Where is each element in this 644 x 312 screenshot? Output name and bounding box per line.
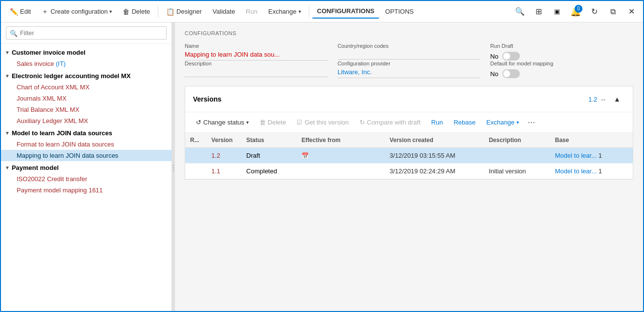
versions-exchange-dropdown-icon: ▾ bbox=[516, 120, 519, 125]
table-row[interactable]: 1.2 Draft 📅 3/12/2019 03:15:55 AM bbox=[185, 148, 633, 164]
base-link-1[interactable]: Model to lear... bbox=[555, 152, 597, 159]
change-status-button[interactable]: ↺ Change status ▾ bbox=[191, 116, 254, 128]
sidebar-item-payment-mapping[interactable]: Payment model mapping 1611 bbox=[1, 185, 172, 196]
versions-exchange-button[interactable]: Exchange ▾ bbox=[481, 116, 524, 128]
cell-created-2: 3/12/2019 02:24:29 AM bbox=[385, 164, 484, 179]
open-external-button[interactable]: ⧉ bbox=[605, 4, 621, 20]
tree-group-electronic-ledger[interactable]: ▼ Electronic ledger accounting model MX bbox=[1, 69, 172, 82]
filter-input[interactable] bbox=[6, 26, 167, 40]
versions-header: Versions 1.2 -- ▲ bbox=[185, 86, 633, 112]
configurations-tab-button[interactable]: CONFIGURATIONS bbox=[312, 4, 379, 19]
tree-group-payment-model[interactable]: ▼ Payment model bbox=[1, 161, 172, 173]
badge-wrap: 🔔 0 bbox=[568, 4, 583, 20]
default-mapping-toggle-row: No bbox=[490, 69, 633, 78]
base-num-2: 1 bbox=[599, 167, 602, 175]
versions-delete-icon: 🗑 bbox=[259, 119, 266, 126]
versions-table-body: 1.2 Draft 📅 3/12/2019 03:15:55 AM bbox=[185, 148, 633, 179]
main-layout: 🔍 ▼ Customer invoice model Sales invoice… bbox=[1, 22, 643, 312]
delete-button[interactable]: 🗑 Delete bbox=[118, 5, 155, 19]
compare-with-draft-button[interactable]: ↻ Compare with draft bbox=[355, 116, 426, 128]
default-mapping-field: Default for model mapping No bbox=[490, 61, 633, 78]
cell-created-1: 3/12/2019 03:15:55 AM bbox=[385, 148, 484, 164]
sidebar-item-journals-xml[interactable]: Journals XML MX bbox=[1, 93, 172, 104]
versions-toolbar: ↺ Change status ▾ 🗑 Delete ☑ Get this ve… bbox=[185, 112, 633, 133]
get-this-version-button[interactable]: ☑ Get this version bbox=[292, 116, 353, 128]
plus-icon: ＋ bbox=[42, 7, 48, 16]
config-provider-label: Configuration provider bbox=[338, 61, 481, 66]
tree-group-model-join[interactable]: ▼ Model to learn JOIN data sources bbox=[1, 126, 172, 139]
close-button[interactable]: ✕ bbox=[623, 4, 639, 20]
col-created-header: Version created bbox=[385, 133, 484, 148]
create-configuration-button[interactable]: ＋ Create configuration ▾ bbox=[37, 4, 117, 19]
tree-group-customer-invoice[interactable]: ▼ Customer invoice model bbox=[1, 46, 172, 58]
sidebar-item-sales-invoice[interactable]: Sales invoice (IT) bbox=[1, 58, 172, 69]
cell-r-2 bbox=[185, 164, 207, 179]
sidebar-item-mapping-join[interactable]: Mapping to learn JOIN data sources bbox=[1, 150, 172, 161]
run-draft-field: Run Draft No bbox=[490, 43, 633, 61]
versions-run-button[interactable]: Run bbox=[427, 116, 448, 128]
change-status-dropdown-icon: ▾ bbox=[246, 120, 249, 125]
cell-effective-2 bbox=[297, 164, 385, 179]
versions-collapse-button[interactable]: ▲ bbox=[609, 91, 625, 107]
base-link-2[interactable]: Model to lear... bbox=[555, 167, 597, 175]
cell-version-2: 1.1 bbox=[207, 164, 241, 179]
run-draft-toggle-row: No bbox=[490, 52, 633, 61]
sidebar-item-chart-account[interactable]: Chart of Account XML MX bbox=[1, 82, 172, 93]
name-value: Mapping to learn JOIN data sou... bbox=[185, 51, 328, 61]
sidebar-tree: ▼ Customer invoice model Sales invoice (… bbox=[1, 44, 172, 312]
edit-button[interactable]: ✏️ Edit bbox=[5, 5, 36, 19]
search-button[interactable]: 🔍 bbox=[512, 4, 528, 20]
default-mapping-toggle[interactable] bbox=[502, 69, 520, 78]
rebase-button[interactable]: Rebase bbox=[449, 116, 480, 128]
run-draft-value: No bbox=[490, 53, 498, 60]
sidebar-item-trial-balance[interactable]: Trial Balance XML MX bbox=[1, 104, 172, 115]
designer-icon: 📋 bbox=[166, 8, 174, 16]
options-tab-button[interactable]: OPTIONS bbox=[380, 5, 419, 18]
toolbar-separator-1 bbox=[158, 6, 158, 18]
cell-desc-1 bbox=[484, 148, 550, 164]
arrow-down-icon-2: ▼ bbox=[5, 73, 10, 79]
cell-base-1: Model to lear... 1 bbox=[550, 148, 633, 164]
versions-title: Versions bbox=[193, 95, 221, 103]
sidebar-item-iso20022[interactable]: ISO20022 Credit transfer bbox=[1, 173, 172, 185]
versions-header-row: R... Version Status Effective from Versi… bbox=[185, 133, 633, 148]
table-row[interactable]: 1.1 Completed 3/12/2019 02:24:29 AM Init… bbox=[185, 164, 633, 179]
toolbar-separator-2 bbox=[309, 6, 309, 18]
run-draft-toggle[interactable] bbox=[502, 52, 520, 61]
sidebar-item-auxiliary-ledger[interactable]: Auxiliary Ledger XML MX bbox=[1, 115, 172, 126]
default-mapping-label: Default for model mapping bbox=[490, 61, 633, 66]
versions-delete-button[interactable]: 🗑 Delete bbox=[255, 116, 291, 128]
default-mapping-value: No bbox=[490, 70, 498, 78]
notification-badge: 0 bbox=[575, 5, 582, 13]
exchange-button[interactable]: Exchange ▾ bbox=[263, 5, 306, 18]
version-num-1: 1.2 bbox=[212, 152, 220, 159]
base-num-1: 1 bbox=[599, 152, 602, 159]
notification-button[interactable]: ▣ bbox=[549, 4, 565, 20]
status-completed-2: Completed bbox=[246, 167, 277, 175]
resize-dot-1 bbox=[173, 165, 174, 166]
refresh-button[interactable]: ↻ bbox=[586, 4, 602, 20]
validate-button[interactable]: Validate bbox=[208, 5, 240, 18]
name-field: Name Mapping to learn JOIN data sou... bbox=[185, 43, 328, 61]
cell-desc-2: Initial version bbox=[484, 164, 550, 179]
version-num-2: 1.1 bbox=[212, 167, 220, 175]
cell-base-2: Model to lear... 1 bbox=[550, 164, 633, 179]
sidebar-item-format-join[interactable]: Format to learn JOIN data sources bbox=[1, 139, 172, 150]
run-draft-label: Run Draft bbox=[490, 43, 633, 49]
sales-invoice-suffix: (IT) bbox=[54, 60, 66, 67]
content-area: CONFIGURATIONS Name Mapping to learn JOI… bbox=[175, 22, 643, 312]
resize-dots bbox=[173, 165, 174, 171]
sidebar: 🔍 ▼ Customer invoice model Sales invoice… bbox=[1, 22, 172, 312]
versions-table: R... Version Status Effective from Versi… bbox=[185, 133, 633, 179]
get-version-icon: ☑ bbox=[297, 119, 302, 126]
name-label: Name bbox=[185, 43, 328, 49]
designer-button[interactable]: 📋 Designer bbox=[161, 5, 207, 19]
description-value bbox=[185, 68, 328, 77]
run-button[interactable]: Run bbox=[241, 5, 262, 18]
sidebar-filter-area: 🔍 bbox=[1, 22, 172, 44]
more-options-button[interactable]: ··· bbox=[525, 116, 538, 128]
versions-header-right: 1.2 -- ▲ bbox=[588, 91, 625, 107]
edit-icon: ✏️ bbox=[10, 8, 18, 16]
form-grid: Name Mapping to learn JOIN data sou... C… bbox=[185, 43, 633, 78]
grid-icon-button[interactable]: ⊞ bbox=[531, 4, 546, 20]
